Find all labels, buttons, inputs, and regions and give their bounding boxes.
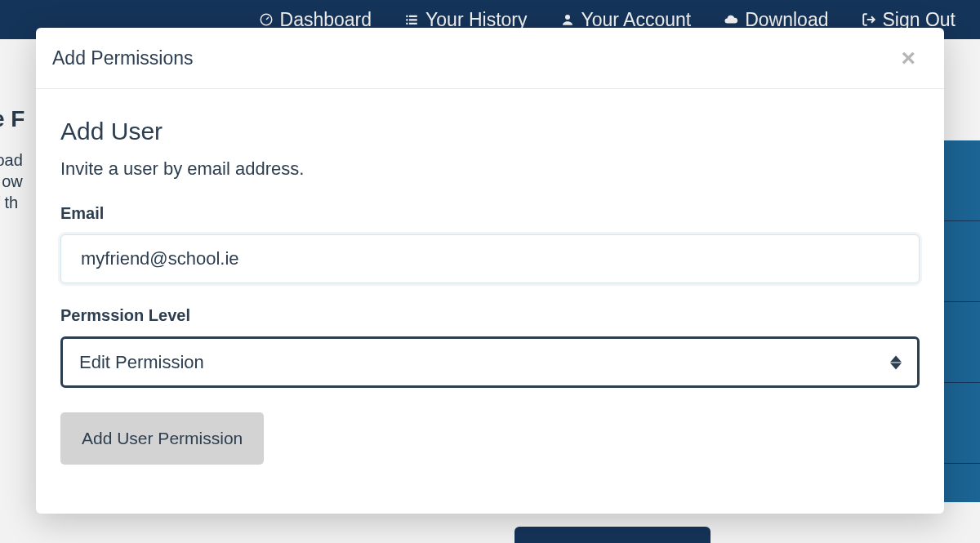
section-heading: Add User bbox=[60, 118, 920, 145]
close-button[interactable]: × bbox=[897, 46, 920, 70]
section-description: Invite a user by email address. bbox=[60, 158, 920, 180]
modal-header: Add Permissions × bbox=[36, 28, 944, 89]
close-icon: × bbox=[901, 44, 915, 71]
add-permissions-modal: Add Permissions × Add User Invite a user… bbox=[36, 28, 944, 514]
modal-title: Add Permissions bbox=[52, 47, 194, 69]
email-label: Email bbox=[60, 204, 920, 223]
permission-select[interactable]: Edit Permission bbox=[60, 336, 920, 388]
permission-select-wrapper: Edit Permission bbox=[60, 336, 920, 388]
permission-level-label: Permssion Level bbox=[60, 306, 920, 325]
modal-body: Add User Invite a user by email address.… bbox=[36, 89, 944, 489]
email-field[interactable] bbox=[60, 234, 920, 283]
add-user-permission-button[interactable]: Add User Permission bbox=[60, 412, 264, 465]
